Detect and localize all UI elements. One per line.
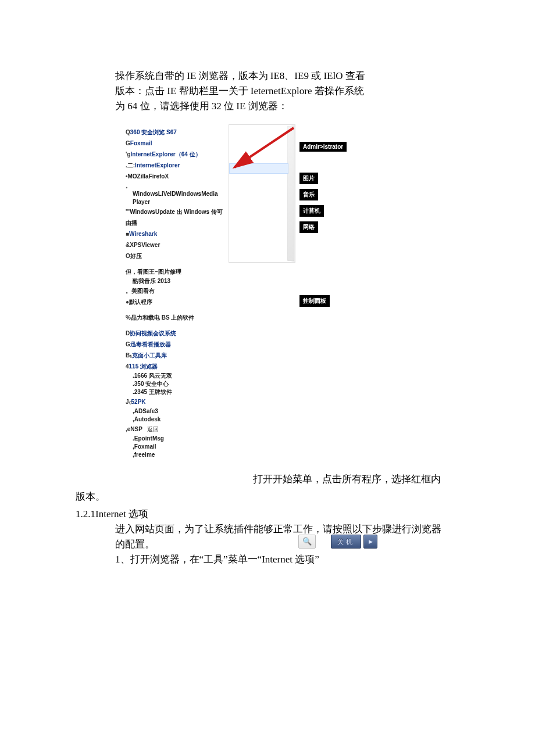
search-icon[interactable]: 🔍: [298, 535, 316, 549]
program-item[interactable]: 'gInternetExplorer（64 位）: [126, 149, 224, 160]
intro-line-2: 版本：点击 IE 帮助栏里一关于 IeternetExplore 若操作系统: [115, 85, 364, 96]
program-item[interactable]: 。: [126, 182, 224, 190]
intro-line-3: 为 64 位，请选择使用 32 位 IE 浏览器：: [115, 101, 288, 112]
program-subitem[interactable]: WindowsLiVeIDWindowsMedia: [126, 190, 224, 198]
section-heading: 1.2.1Internet 选项: [76, 507, 459, 522]
program-subitem[interactable]: ,Autodesk: [126, 415, 224, 424]
body-line-1: 进入网站页面，为了让系统插件能够正常工作，请按照以下步骤进行浏览器: [115, 524, 441, 535]
program-item[interactable]: '"WindowsUpdate 出 Windows 传可: [126, 206, 224, 217]
sidebar-user[interactable]: Admir>istrator: [299, 142, 347, 152]
body-line-3: 1、打开浏览器，在“工具”菜单一“Internet 选项”: [115, 554, 319, 565]
program-subitem[interactable]: Player: [126, 198, 224, 206]
start-menu-figure: Q360 安全浏览 S67GFoxmail'gInternetExplorer（…: [122, 124, 366, 464]
start-menu-sidebar: Admir>istrator 图片音乐计苜机网络 拄制面板: [299, 141, 352, 311]
continuation-line: 版本。: [76, 489, 459, 504]
program-item[interactable]: GFoxmail: [126, 138, 224, 149]
program-subitem[interactable]: .2345 王牌软件: [126, 388, 224, 396]
program-item[interactable]: ■Wireshark: [126, 228, 224, 239]
program-item[interactable]: •MOZillaFirefoX: [126, 171, 224, 182]
program-subitem[interactable]: 酷我音乐 2013: [126, 277, 224, 285]
program-subitem[interactable]: ,Foxmail: [126, 443, 224, 451]
program-item[interactable]: ,eNSP 返回: [126, 424, 224, 435]
program-subitem[interactable]: .EpointMsg: [126, 435, 224, 443]
sidebar-item[interactable]: 音乐: [299, 189, 318, 200]
program-item[interactable]: &XPSViewer: [126, 239, 224, 250]
program-item[interactable]: 由播: [126, 217, 224, 228]
scroll-pane: [229, 124, 295, 263]
shutdown-arrow-button[interactable]: ▶: [363, 535, 377, 549]
program-item[interactable]: 4115 浏览器: [126, 361, 224, 372]
program-item[interactable]: G迅毒看看播放器: [126, 339, 224, 350]
program-item[interactable]: O好压: [126, 250, 224, 261]
program-item[interactable]: %品力和载电 BS 上的软件: [126, 312, 224, 323]
intro-paragraph: 操作系统自带的 IE 浏览器，版本为 IE8、IE9 或 IElO 查看 版本：…: [115, 69, 459, 114]
sidebar-item[interactable]: 计苜机: [299, 205, 324, 217]
program-item[interactable]: B₁克面小工具库: [126, 350, 224, 361]
sidebar-control-panel[interactable]: 拄制面板: [299, 295, 330, 307]
program-item[interactable]: 但，看图王–图片修理: [126, 266, 224, 277]
program-item[interactable]: J₍₎52PK: [126, 396, 224, 407]
shutdown-button[interactable]: 关机: [331, 535, 361, 549]
body-line-2: 的配置。: [115, 539, 155, 550]
program-item[interactable]: ●默认程序: [126, 296, 224, 307]
intro-line-1: 操作系统自带的 IE 浏览器，版本为 IE8、IE9 或 IElO 查看: [115, 70, 365, 81]
program-item[interactable]: D协同视频会议系统: [126, 328, 224, 339]
program-item[interactable]: Q360 安全浏览 S67: [126, 127, 224, 138]
sidebar-item[interactable]: 网络: [299, 221, 318, 233]
program-item[interactable]: .二:InternetExplorer: [126, 160, 224, 171]
figure-caption: 打开开始菜单，点击所有程序，选择红框内: [76, 468, 459, 487]
highlighted-item[interactable]: [229, 163, 288, 174]
program-subitem[interactable]: .1666 风云无双: [126, 372, 224, 380]
program-subitem[interactable]: .350 安全中心: [126, 380, 224, 388]
program-subitem[interactable]: ,freeime: [126, 451, 224, 459]
start-menu-bottom-bar: 🔍 关机 ▶: [298, 535, 415, 549]
start-menu-program-list: Q360 安全浏览 S67GFoxmail'gInternetExplorer（…: [122, 124, 228, 464]
program-subitem[interactable]: ,ADSafe3: [126, 407, 224, 415]
sidebar-item[interactable]: 图片: [299, 173, 318, 184]
program-item[interactable]: 。美图看有: [126, 285, 224, 296]
